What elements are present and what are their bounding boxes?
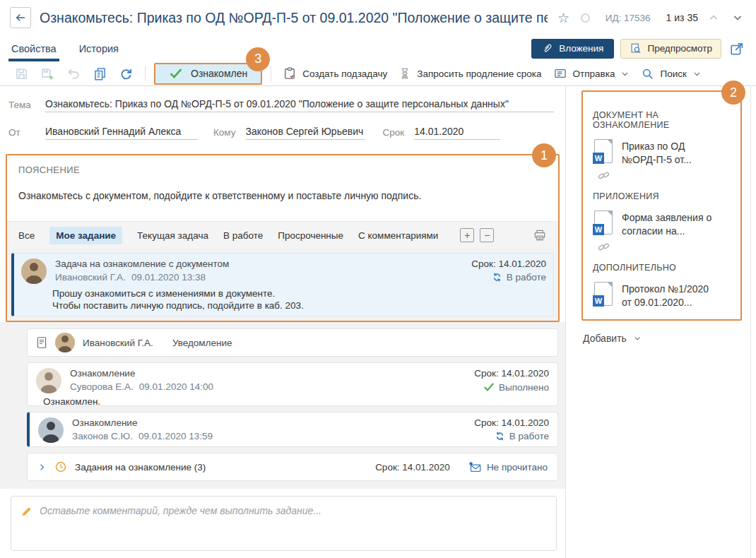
filter-in-progress[interactable]: В работе (223, 230, 263, 241)
tab-history[interactable]: История (78, 35, 120, 61)
task-status: Не прочитано (468, 461, 548, 473)
search-menu-button[interactable]: Поиск (635, 63, 707, 84)
to-field[interactable]: Законов Сергей Юрьевич (246, 126, 365, 140)
explanation-text: Ознакомьтесь с документом, подойдите к о… (18, 190, 547, 201)
annotation-badge-2: 2 (721, 81, 745, 105)
chevron-right-icon[interactable] (37, 463, 47, 472)
main-panel: Тема Ознакомьтесь: Приказ по ОД №ОРД-П-5… (0, 86, 565, 558)
link-icon[interactable] (598, 241, 610, 253)
annotation-badge-3: 3 (246, 47, 270, 71)
circle-icon (581, 13, 590, 23)
task-datetime: 09.01.2020 13:38 (131, 272, 206, 283)
word-doc-icon: W (593, 139, 614, 165)
page-title: Ознакомьтесь: Приказ по ОД №ОРД-П-5 от 0… (40, 10, 548, 26)
task-datetime: 09.01.2020 13:59 (138, 431, 213, 441)
link-icon[interactable] (598, 170, 610, 182)
task-group-row[interactable]: Задания на ознакомление (3) Срок: 14.01.… (27, 453, 558, 481)
acknowledge-button[interactable]: Ознакомлен (154, 63, 262, 85)
task-body-line: Чтобы поставить личную подпись, подойдит… (52, 299, 546, 311)
next-item-button[interactable] (729, 9, 746, 26)
task-body-line: Прошу ознакомиться с изменениями в докум… (52, 287, 546, 299)
open-in-window-icon[interactable] (728, 40, 746, 58)
filter-overdue[interactable]: Просроченные (278, 230, 343, 241)
attachment-doc[interactable]: W Форма заявления о согласии на... (593, 210, 733, 238)
tab-row: Свойства История Вложения Предпросмотр (0, 35, 756, 61)
comment-input[interactable] (40, 505, 548, 542)
acknowledge-label: Ознакомлен (191, 68, 247, 79)
copy-icon[interactable] (87, 66, 113, 81)
attachment-doc[interactable]: W Протокол №1/2020 от 09.01.2020... (593, 282, 733, 309)
attachment-doc[interactable]: W Приказ по ОД №ОРД-П-5 от... (593, 139, 733, 167)
task-due: Срок: 14.01.2020 (471, 259, 546, 269)
expand-all-button[interactable]: + (460, 228, 474, 242)
filter-my-task[interactable]: Мое задание (49, 227, 122, 244)
attachments-button[interactable]: Вложения (531, 39, 614, 59)
word-doc-icon: W (593, 282, 614, 307)
add-attachment-button[interactable]: Добавить (583, 333, 756, 344)
task-due: Срок: 14.01.2020 (375, 462, 450, 473)
task-author: Законов С.Ю. (72, 431, 133, 441)
envelope-icon (468, 461, 482, 473)
filter-current-task[interactable]: Текущая задача (137, 230, 208, 241)
avatar (21, 259, 47, 284)
undo-icon (61, 66, 87, 81)
annotation-box-2: 2 ДОКУМЕНТ НА ОЗНАКОМЛЕНИЕ W Приказ по О… (581, 90, 742, 321)
request-extension-button[interactable]: Запросить продление срока (393, 63, 547, 84)
from-field[interactable]: Ивановский Геннадий Алекса (45, 126, 198, 140)
task-body: Прошу ознакомиться с изменениями в докум… (52, 287, 546, 311)
task-title: Задача на ознакомление с документом (55, 259, 229, 269)
task-list: Ивановский Г.А. Уведомление Ознакомление… (0, 322, 565, 489)
print-icon[interactable] (533, 228, 547, 242)
preview-icon (630, 42, 642, 54)
explanation-section: ПОЯСНЕНИЕ Ознакомьтесь с документом, под… (7, 155, 558, 221)
sync-status-icon (492, 272, 502, 283)
task-title: Ознакомление (72, 417, 213, 428)
send-label: Отправка (573, 69, 615, 79)
task-title: Ознакомление (70, 368, 213, 379)
filter-with-comments[interactable]: С комментариями (358, 230, 438, 241)
collapse-all-button[interactable]: − (480, 228, 494, 242)
toolbar: Ознакомлен 3 Создать подзадачу Запросить… (0, 61, 756, 86)
pager-label: 1 из 35 (666, 12, 698, 23)
chevron-down-icon (633, 334, 642, 343)
refresh-icon[interactable] (113, 66, 139, 81)
tabs: Свойства История (10, 35, 120, 61)
task-status-label: Выполнено (499, 382, 549, 393)
sync-status-icon (495, 431, 505, 441)
save-new-icon (35, 66, 61, 81)
annotation-badge-1: 1 (532, 143, 556, 167)
favorite-star-icon[interactable]: ☆ (557, 11, 569, 25)
avatar (55, 333, 75, 352)
section-heading-additional: ДОПОЛНИТЕЛЬНО (593, 263, 733, 273)
toolbar-separator (145, 66, 146, 81)
annotation-box-1: 1 ПОЯСНЕНИЕ Ознакомьтесь с документом, п… (6, 154, 560, 322)
tab-properties[interactable]: Свойства (10, 35, 58, 61)
chevron-down-icon (692, 69, 702, 78)
prev-item-button[interactable] (705, 9, 722, 26)
due-field[interactable]: 14.01.2020 (414, 126, 500, 140)
task-datetime: 09.01.2020 14:00 (139, 381, 213, 392)
send-menu-button[interactable]: Отправка (548, 63, 636, 84)
create-subtask-button[interactable]: Создать подзадачу (277, 63, 393, 84)
task-body: Ознакомлен. (43, 396, 549, 407)
back-button[interactable] (10, 7, 31, 28)
task-row-completed[interactable]: Ознакомление Суворова Е.А.09.01.2020 14:… (27, 362, 558, 406)
due-label: Срок (365, 127, 415, 140)
task-form: Тема Ознакомьтесь: Приказ по ОД №ОРД-П-5… (0, 86, 565, 154)
task-row-in-progress[interactable]: Ознакомление Законов С.Ю.09.01.2020 13:5… (27, 412, 558, 447)
comment-box[interactable] (11, 496, 557, 551)
to-label: Кому (198, 127, 246, 140)
search-icon (641, 67, 654, 81)
preview-button[interactable]: Предпросмотр (620, 39, 721, 59)
filter-all[interactable]: Все (18, 230, 35, 241)
notification-row[interactable]: Ивановский Г.А. Уведомление (27, 328, 558, 357)
subject-field[interactable]: Ознакомьтесь: Приказ по ОД №ОРД-П-5 от 0… (45, 98, 554, 112)
task-status-label: Не прочитано (487, 462, 548, 473)
record-id-label: ИД: 17536 (606, 13, 651, 23)
back-arrow-icon (14, 11, 27, 24)
task-filter-bar: Все Мое задание Текущая задача В работе … (7, 221, 558, 249)
task-card-main[interactable]: Задача на ознакомление с документом Иван… (11, 253, 554, 316)
toolbar-separator (271, 66, 271, 81)
note-icon (36, 336, 47, 350)
attachment-name: Форма заявления о согласии на... (622, 210, 711, 238)
